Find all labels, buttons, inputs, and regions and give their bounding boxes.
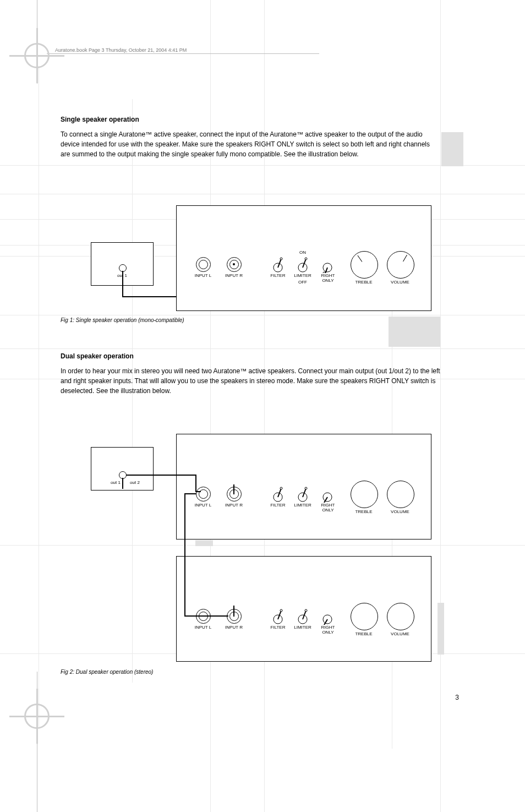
panel1-rightonly-label: RIGHT ONLY: [315, 273, 341, 283]
panel1-filter-label: FILTER: [268, 273, 288, 278]
panel3-knob-volume: [387, 603, 414, 630]
panel1-volume-label: VOLUME: [387, 280, 413, 285]
panel1-limiter-label: LIMITER: [292, 273, 314, 278]
fig1-caption: Fig 1: Single speaker operation (mono-co…: [61, 317, 184, 323]
panel1-toggle-limiter: [296, 257, 309, 273]
panel2-volume-label: VOLUME: [387, 509, 413, 514]
panel3-limiter-label: LIMITER: [292, 625, 314, 630]
header-filename: Auratone.book Page 3 Thursday, October 2…: [55, 47, 187, 53]
panel3-toggle-rightonly: [321, 608, 334, 625]
panel1-input-r-label: INPUT R: [223, 273, 245, 278]
section-dual-title: Dual speaker operation: [61, 352, 134, 360]
section-dual-text: In order to hear your mix in stereo you …: [61, 366, 440, 396]
svg-point-1: [280, 258, 282, 260]
panel2-input-r-label: INPUT R: [223, 503, 245, 508]
panel1-input-l-label: INPUT L: [192, 273, 214, 278]
panel3-knob-treble: [351, 603, 378, 630]
panel2-knob-volume: [387, 481, 414, 508]
panel2-toggle-rightonly: [321, 486, 334, 503]
panel2-filter-label: FILTER: [268, 503, 288, 508]
fig2-caption: Fig 2: Dual speaker operation (stereo): [61, 669, 153, 675]
panel1-knob-volume: [387, 251, 414, 279]
panel3-volume-label: VOLUME: [387, 631, 413, 636]
register-mark-top: [24, 43, 50, 68]
svg-point-9: [305, 487, 307, 489]
panel1-toggle-rightonly: [321, 257, 334, 273]
panel2-toggle-filter: [271, 486, 285, 503]
svg-point-12: [280, 609, 282, 612]
panel1-toggle-filter: [271, 257, 285, 273]
panel2-knob-treble: [351, 481, 378, 508]
svg-point-7: [280, 487, 282, 489]
panel2-rightonly-label: RIGHT ONLY: [315, 503, 341, 513]
panel1-switch-on: ON: [292, 250, 314, 255]
panel2-toggle-limiter: [296, 486, 309, 503]
computer2-out2-label: out 2: [127, 480, 143, 485]
panel2-limiter-label: LIMITER: [292, 503, 314, 508]
section-single-text: To connect a single Auratone™ active spe…: [61, 129, 440, 159]
panel3-filter-label: FILTER: [268, 625, 288, 630]
panel1-knob-treble: [351, 251, 378, 279]
panel3-input-l-label: INPUT L: [192, 625, 214, 630]
panel2-input-l-label: INPUT L: [192, 503, 214, 508]
panel3-toggle-filter: [271, 608, 285, 625]
register-mark-bottom: [24, 704, 50, 729]
panel3-toggle-limiter: [296, 608, 309, 625]
panel2-treble-label: TREBLE: [351, 509, 377, 514]
panel3-rightonly-label: RIGHT ONLY: [315, 625, 341, 635]
panel1-treble-label: TREBLE: [351, 280, 377, 285]
panel3-input-r-label: INPUT R: [223, 625, 245, 630]
section-single-title: Single speaker operation: [61, 116, 139, 123]
svg-point-3: [305, 258, 307, 260]
svg-point-14: [305, 609, 307, 612]
page-number: 3: [455, 694, 459, 701]
panel1-switch-off: OFF: [292, 280, 314, 285]
panel3-treble-label: TREBLE: [351, 631, 377, 636]
computer2-out1-label: out 1: [107, 480, 124, 485]
